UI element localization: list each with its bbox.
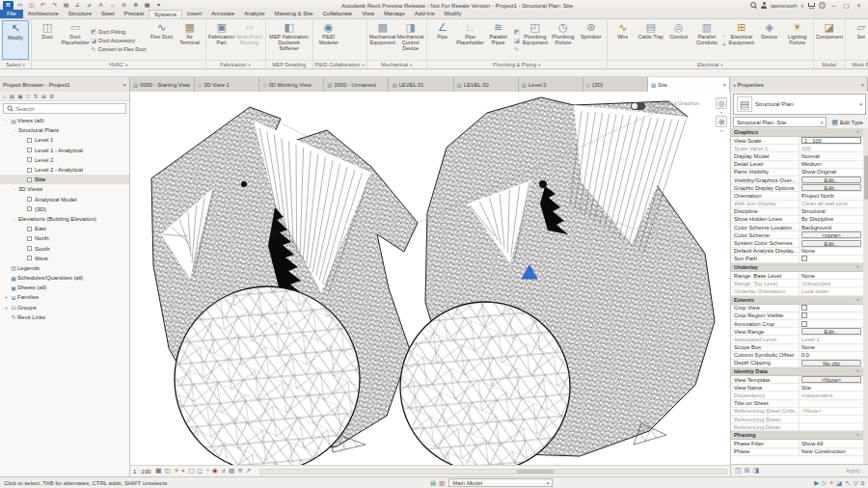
undo-icon[interactable]: ↶ [38, 1, 48, 10]
panel-dropdown-icon[interactable]: ▾ [410, 63, 412, 68]
scrollbar-thumb[interactable] [517, 470, 554, 474]
close-hidden-windows-icon[interactable]: ▦ [142, 1, 152, 10]
property-text-value[interactable]: Normal [801, 153, 820, 159]
edit-type-button[interactable]: ▦ Edit Type [828, 117, 866, 127]
property-text-value[interactable]: Show Original [801, 169, 836, 175]
selection-filter-icon[interactable]: ▽ [854, 479, 858, 487]
ribbon-button-electrical-equipment[interactable]: ⊞Electrical Equipment [728, 20, 755, 60]
ribbon-button-mechanical-control-device[interactable]: ◨Mechanical Control Device [397, 20, 424, 60]
view-tab-3d-view-1[interactable]: ◇3D View 1 [195, 77, 259, 92]
customize-qat-icon[interactable]: ▾ [153, 1, 164, 10]
tree-item-structural-plans[interactable]: -Structural Plans [0, 125, 129, 135]
worksharing-display-icon[interactable]: ≋ [237, 468, 242, 474]
select-pinned-icon[interactable]: + [829, 479, 833, 486]
panel-dropdown-icon[interactable]: ▾ [125, 63, 127, 68]
close-button[interactable]: × [854, 2, 863, 9]
property-text-value[interactable]: By Discipline [801, 216, 833, 222]
view-tab-3d[interactable]: ◇{3D} [583, 77, 648, 92]
accelerated-graphics-toggle[interactable]: Accelerated Graphics Tech Preview [631, 100, 699, 113]
property-text-value[interactable]: Look down [801, 288, 828, 294]
property-button-edit[interactable]: Edit... [801, 176, 861, 183]
view-tab-site[interactable]: ▤Site× [648, 77, 730, 92]
ribbon-tab-manage[interactable]: Manage [379, 10, 410, 18]
signed-in-user[interactable]: lawrenceh [771, 3, 797, 9]
property-checkbox[interactable] [801, 321, 807, 327]
zoom-icon[interactable]: ⊕ [716, 116, 727, 127]
browser-home-icon[interactable]: ⌂ [3, 94, 7, 99]
panel-label-fabrication[interactable]: Fabrication [220, 62, 246, 68]
view-tab-level-2[interactable]: ▤Level 2 [519, 77, 583, 92]
property-button-edit[interactable]: Edit... [801, 240, 861, 247]
browser-expand-icon[interactable]: ⊞ [41, 93, 46, 99]
ribbon-button-sprinkler[interactable]: ⊛Sprinkler [578, 20, 605, 60]
tree-item-level-1[interactable]: Level 1 [0, 135, 129, 145]
ribbon-button-pipe[interactable]: ∠Pipe [429, 20, 456, 60]
ribbon-tab-structure[interactable]: Structure [64, 10, 96, 18]
tree-item-revit-links[interactable]: ↻Revit Links [0, 312, 129, 322]
tree-item-west[interactable]: West [0, 254, 129, 263]
sun-path-icon[interactable]: ☀ [174, 468, 179, 474]
view-tab-3d-working-view[interactable]: ◇3D Working View [259, 77, 324, 92]
ribbon-tab-precast[interactable]: Precast [120, 10, 149, 18]
temporary-hide-isolate-icon[interactable]: ◔ [205, 468, 209, 474]
default-3d-view-icon[interactable]: ⌂ [107, 1, 118, 10]
panel-dropdown-icon[interactable]: ▾ [538, 63, 540, 68]
design-options-caret-icon[interactable]: ▾ [547, 480, 550, 486]
panel-dropdown-icon[interactable]: ▾ [249, 63, 251, 68]
site-plan-mesh-drawing[interactable] [130, 92, 730, 465]
properties-palette-icon[interactable]: ◫ [735, 467, 742, 474]
property-text-value[interactable]: 0.0 [801, 352, 809, 358]
section-icon[interactable]: ⊘ [119, 1, 129, 10]
panel-label-p-id-collaboration[interactable]: P&ID Collaboration [315, 62, 361, 68]
section-underlay[interactable]: Underlay˄ [731, 263, 863, 272]
property-text-value[interactable]: Unbounded [801, 281, 830, 286]
property-text-value[interactable]: Site [801, 385, 811, 391]
tree-expand-icon[interactable]: - [12, 186, 18, 192]
section-collapse-icon[interactable]: ˄ [856, 368, 859, 374]
visibility-checkbox[interactable] [27, 168, 32, 173]
text-icon[interactable]: A [95, 1, 106, 10]
ribbon-button-p-id-modeler[interactable]: ◉P&ID Modeler [315, 20, 342, 60]
help-icon[interactable]: ? [819, 2, 826, 9]
scale-control[interactable]: 1 : 100 [133, 469, 150, 474]
ribbon-tab-view[interactable]: View [357, 10, 379, 18]
flex-pipe-icon[interactable]: ∿ [514, 45, 520, 53]
toggle-switch-icon[interactable] [631, 102, 645, 110]
panel-label-model[interactable]: Model [822, 62, 836, 68]
ribbon-button-set[interactable]: ▱Set [848, 20, 868, 60]
visibility-checkbox[interactable] [27, 236, 32, 241]
ribbon-tab-architecture[interactable]: Architecture [23, 10, 64, 18]
tree-item-level-2-analytical[interactable]: Level 2 - Analytical [0, 165, 129, 175]
tree-item-legends[interactable]: ▥Legends [0, 263, 129, 273]
ribbon-button-flex-duct[interactable]: ∿Flex Duct [149, 20, 176, 60]
visibility-checkbox[interactable] [27, 177, 32, 182]
browser-sort-icon[interactable]: ⇅ [34, 93, 39, 99]
ribbon-button-duct-placeholder[interactable]: ▭Duct Placeholder [62, 20, 89, 60]
tree-expand-icon[interactable]: + [3, 305, 10, 311]
drag-on-selection-icon[interactable]: ↖ [845, 479, 850, 487]
property-text-value[interactable]: Structural [801, 208, 826, 214]
design-options-dropdown[interactable]: Main Model ▾ [448, 478, 553, 487]
properties-scrollbar-thumb[interactable] [864, 155, 868, 200]
panel-dropdown-icon[interactable]: ▾ [23, 63, 25, 68]
view-tab-level-01[interactable]: ▤LEVEL 01 [389, 77, 453, 92]
horizontal-scrollbar[interactable] [259, 469, 727, 474]
conduit-fitting-icon[interactable]: ◔ [722, 33, 726, 40]
section-collapse-icon[interactable]: ˄ [856, 129, 859, 135]
visual-style-icon[interactable]: ◫ [165, 468, 171, 474]
pipe-fitting-icon[interactable]: ◩ [514, 28, 520, 36]
shadows-icon[interactable]: ◐ [182, 468, 186, 474]
panel-label-hvac[interactable]: HVAC [109, 62, 123, 68]
steering-wheel-caret-icon[interactable]: ▾ [720, 110, 722, 115]
tree-item-sheets-all[interactable]: ▣Sheets (all) [0, 283, 129, 292]
tree-item-views-all[interactable]: -▤Views (all) [0, 116, 129, 125]
ribbon-button-cable-tray[interactable]: ▤Cable Tray [637, 20, 665, 60]
type-properties-icon[interactable]: ⊞ [745, 467, 750, 474]
property-checkbox[interactable] [801, 305, 807, 311]
panel-label-select[interactable]: Select [6, 62, 20, 68]
browser-filter-icon[interactable]: ▽ [26, 93, 31, 99]
steering-wheel-icon[interactable]: ◎ [716, 97, 727, 109]
ribbon-button-modify[interactable]: ↖Modify [2, 20, 29, 60]
panel-label-electrical[interactable]: Electrical [697, 62, 719, 68]
open-icon[interactable]: ▭ [14, 1, 25, 10]
